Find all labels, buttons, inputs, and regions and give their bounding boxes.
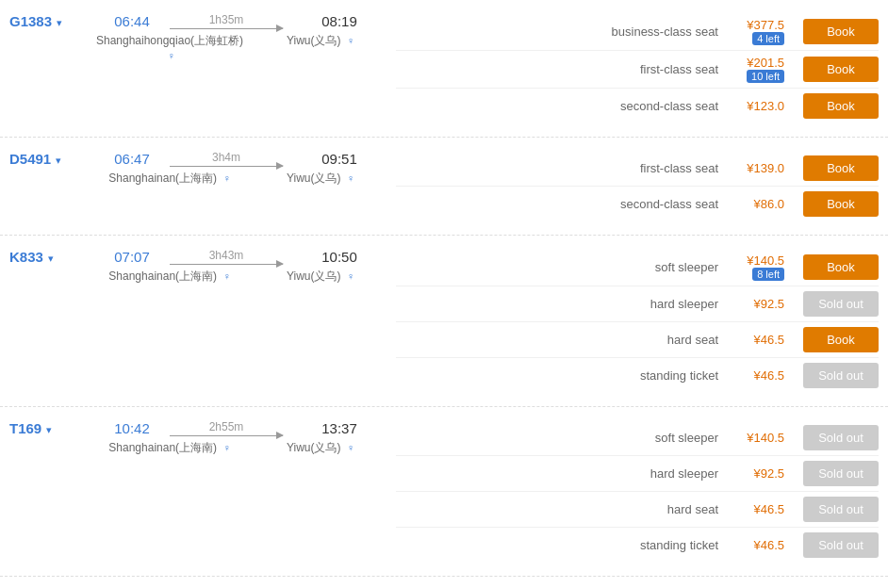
soldout-button: Sold out (803, 532, 879, 558)
seat-row: first-class seat¥139.0Book (396, 151, 879, 187)
seat-row: standing ticket¥46.5Sold out (396, 528, 879, 563)
seats-left-badge: 8 left (752, 268, 784, 281)
soldout-button: Sold out (803, 363, 879, 388)
book-button[interactable]: Book (803, 93, 879, 119)
depart-time: 06:44 (94, 13, 170, 29)
seats-left-badge: 10 left (747, 70, 784, 83)
arrow-line (170, 435, 283, 436)
duration-label: 3h43m (209, 249, 244, 262)
seat-price-col: ¥139.0 (728, 161, 794, 175)
seat-type: standing ticket (586, 538, 718, 552)
train-list: G1383 ▾06:441h35m08:19Shanghaihongqiao(上… (0, 0, 888, 577)
seat-type: soft sleeper (586, 431, 718, 445)
dropdown-arrow-icon[interactable]: ▾ (43, 424, 52, 435)
time-section: 06:473h4m09:51Shanghainan(上海南) ♀Yiwu(义乌)… (94, 151, 396, 187)
seat-row: hard seat¥46.5Book (396, 322, 879, 358)
train-id-link[interactable]: K833 (9, 249, 43, 265)
train-id-col: T169 ▾ (9, 420, 94, 436)
seat-price: ¥92.5 (728, 297, 784, 311)
seats-section: first-class seat¥139.0Booksecond-class s… (396, 151, 879, 221)
seat-type: business-class seat (586, 24, 718, 39)
seat-row: second-class seat¥86.0Book (396, 187, 879, 221)
book-button[interactable]: Book (803, 19, 879, 44)
time-section: 07:073h43m10:50Shanghainan(上海南) ♀Yiwu(义乌… (94, 249, 396, 285)
seat-type: second-class seat (586, 99, 718, 113)
train-id-col: G1383 ▾ (9, 13, 94, 29)
arrive-time: 10:50 (283, 249, 396, 265)
depart-time: 06:47 (94, 151, 170, 167)
book-button[interactable]: Book (803, 254, 879, 280)
time-section: 06:441h35m08:19Shanghaihongqiao(上海虹桥) ♀Y… (94, 13, 396, 62)
location-icon: ♀ (222, 442, 230, 453)
seat-type: soft sleeper (586, 260, 718, 274)
seats-section: soft sleeper¥140.58 leftBookhard sleeper… (396, 249, 879, 393)
train-id-link[interactable]: T169 (9, 420, 41, 436)
arrive-time: 13:37 (283, 420, 396, 436)
seat-price: ¥140.5 (728, 431, 784, 445)
location-icon: ♀ (347, 172, 354, 184)
seat-row: business-class seat¥377.54 leftBook (396, 13, 879, 51)
to-station: Yiwu(义乌) ♀ (245, 269, 396, 285)
depart-time: 07:07 (94, 249, 170, 265)
seat-price: ¥123.0 (728, 99, 784, 113)
seat-price: ¥86.0 (728, 197, 784, 211)
dropdown-arrow-icon[interactable]: ▾ (54, 17, 62, 28)
location-icon: ♀ (347, 442, 354, 453)
seat-row: soft sleeper¥140.5Sold out (396, 420, 879, 456)
seat-price-col: ¥46.5 (728, 502, 794, 516)
time-section: 10:422h55m13:37Shanghainan(上海南) ♀Yiwu(义乌… (94, 420, 396, 456)
train-row: G1383 ▾06:441h35m08:19Shanghaihongqiao(上… (0, 0, 888, 138)
train-row: T169 ▾10:422h55m13:37Shanghainan(上海南) ♀Y… (0, 407, 888, 577)
seat-price-col: ¥46.5 (728, 538, 794, 552)
soldout-button: Sold out (803, 461, 879, 486)
seat-price: ¥46.5 (728, 333, 784, 347)
seat-price-col: ¥377.54 left (728, 18, 794, 45)
dropdown-arrow-icon[interactable]: ▾ (45, 253, 54, 264)
duration-label: 1h35m (209, 13, 244, 26)
seat-price-col: ¥86.0 (728, 197, 794, 211)
duration-arrow: 1h35m (170, 13, 283, 29)
duration-arrow: 2h55m (170, 420, 283, 436)
train-id-link[interactable]: G1383 (9, 13, 52, 29)
duration-label: 3h4m (212, 151, 240, 164)
seat-price-col: ¥123.0 (728, 99, 794, 113)
dropdown-arrow-icon[interactable]: ▾ (53, 155, 61, 166)
duration-arrow: 3h43m (170, 249, 283, 265)
book-button[interactable]: Book (803, 57, 879, 82)
seat-type: standing ticket (586, 368, 718, 383)
seat-price: ¥92.5 (728, 466, 784, 481)
seat-price-col: ¥46.5 (728, 368, 794, 383)
duration-label: 2h55m (209, 420, 244, 433)
soldout-button: Sold out (803, 425, 879, 450)
seat-price-col: ¥201.510 left (728, 56, 794, 83)
arrive-time: 09:51 (283, 151, 396, 167)
seat-price-col: ¥140.58 left (728, 253, 794, 281)
seat-price: ¥201.5 (728, 56, 784, 70)
seat-type: second-class seat (586, 197, 718, 211)
seat-row: hard sleeper¥92.5Sold out (396, 456, 879, 492)
seat-type: hard seat (586, 333, 718, 347)
book-button[interactable]: Book (803, 191, 879, 217)
arrow-line (170, 166, 283, 167)
seat-row: second-class seat¥123.0Book (396, 89, 879, 123)
seat-price-col: ¥92.5 (728, 466, 794, 481)
soldout-button: Sold out (803, 291, 879, 317)
from-station: Shanghaihongqiao(上海虹桥) ♀ (94, 33, 245, 62)
to-station: Yiwu(义乌) ♀ (245, 171, 396, 187)
seat-price-col: ¥92.5 (728, 297, 794, 311)
seat-type: hard seat (586, 502, 718, 516)
book-button[interactable]: Book (803, 327, 879, 352)
arrow-line (170, 28, 283, 29)
seat-price: ¥46.5 (728, 368, 784, 383)
seat-price: ¥140.5 (728, 253, 784, 268)
seat-price: ¥46.5 (728, 502, 784, 516)
seat-row: first-class seat¥201.510 leftBook (396, 51, 879, 89)
seat-price-col: ¥46.5 (728, 333, 794, 347)
train-id-link[interactable]: D5491 (9, 151, 51, 167)
train-id-col: D5491 ▾ (9, 151, 94, 167)
location-icon: ♀ (347, 35, 354, 46)
seat-type: first-class seat (586, 62, 718, 76)
seat-price: ¥46.5 (728, 538, 784, 552)
book-button[interactable]: Book (803, 155, 879, 181)
seat-row: hard sleeper¥92.5Sold out (396, 286, 879, 322)
